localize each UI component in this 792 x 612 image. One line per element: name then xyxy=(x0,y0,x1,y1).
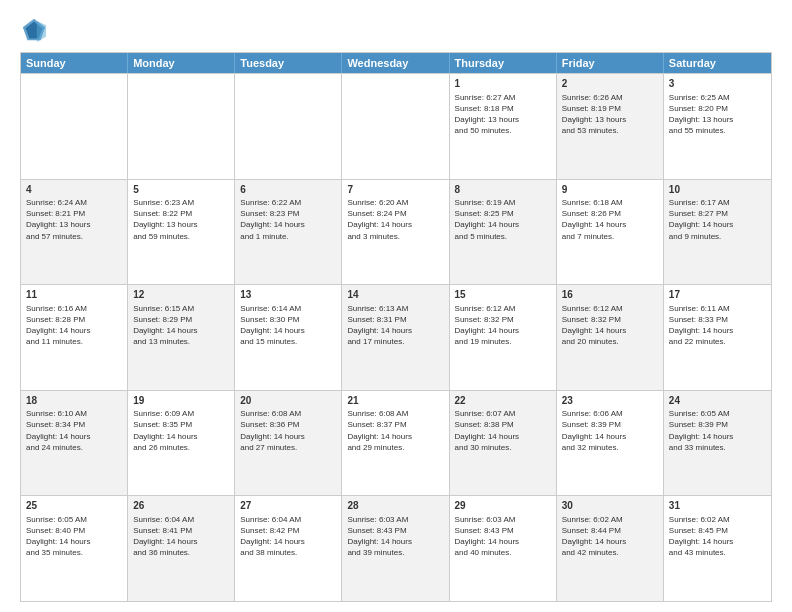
cell-text: Sunrise: 6:08 AM Sunset: 8:36 PM Dayligh… xyxy=(240,408,336,453)
day-number: 21 xyxy=(347,394,443,408)
day-number: 3 xyxy=(669,77,766,91)
cell-text: Sunrise: 6:09 AM Sunset: 8:35 PM Dayligh… xyxy=(133,408,229,453)
calendar-cell: 25Sunrise: 6:05 AM Sunset: 8:40 PM Dayli… xyxy=(21,496,128,601)
calendar-week: 11Sunrise: 6:16 AM Sunset: 8:28 PM Dayli… xyxy=(21,284,771,390)
cell-text: Sunrise: 6:03 AM Sunset: 8:43 PM Dayligh… xyxy=(455,514,551,559)
calendar-cell: 24Sunrise: 6:05 AM Sunset: 8:39 PM Dayli… xyxy=(664,391,771,496)
cell-text: Sunrise: 6:12 AM Sunset: 8:32 PM Dayligh… xyxy=(562,303,658,348)
day-number: 20 xyxy=(240,394,336,408)
cell-text: Sunrise: 6:18 AM Sunset: 8:26 PM Dayligh… xyxy=(562,197,658,242)
calendar-cell: 20Sunrise: 6:08 AM Sunset: 8:36 PM Dayli… xyxy=(235,391,342,496)
calendar-header: SundayMondayTuesdayWednesdayThursdayFrid… xyxy=(21,53,771,73)
header xyxy=(20,16,772,44)
cell-text: Sunrise: 6:22 AM Sunset: 8:23 PM Dayligh… xyxy=(240,197,336,242)
day-number: 10 xyxy=(669,183,766,197)
calendar-cell xyxy=(21,74,128,179)
day-number: 5 xyxy=(133,183,229,197)
day-number: 29 xyxy=(455,499,551,513)
cell-text: Sunrise: 6:17 AM Sunset: 8:27 PM Dayligh… xyxy=(669,197,766,242)
cell-text: Sunrise: 6:27 AM Sunset: 8:18 PM Dayligh… xyxy=(455,92,551,137)
day-number: 23 xyxy=(562,394,658,408)
day-number: 22 xyxy=(455,394,551,408)
day-number: 6 xyxy=(240,183,336,197)
cell-text: Sunrise: 6:13 AM Sunset: 8:31 PM Dayligh… xyxy=(347,303,443,348)
calendar-cell: 5Sunrise: 6:23 AM Sunset: 8:22 PM Daylig… xyxy=(128,180,235,285)
calendar-cell: 28Sunrise: 6:03 AM Sunset: 8:43 PM Dayli… xyxy=(342,496,449,601)
calendar-cell: 26Sunrise: 6:04 AM Sunset: 8:41 PM Dayli… xyxy=(128,496,235,601)
calendar-header-cell: Monday xyxy=(128,53,235,73)
day-number: 18 xyxy=(26,394,122,408)
cell-text: Sunrise: 6:04 AM Sunset: 8:42 PM Dayligh… xyxy=(240,514,336,559)
calendar-cell: 1Sunrise: 6:27 AM Sunset: 8:18 PM Daylig… xyxy=(450,74,557,179)
calendar-cell: 3Sunrise: 6:25 AM Sunset: 8:20 PM Daylig… xyxy=(664,74,771,179)
calendar-cell: 7Sunrise: 6:20 AM Sunset: 8:24 PM Daylig… xyxy=(342,180,449,285)
calendar-cell: 21Sunrise: 6:08 AM Sunset: 8:37 PM Dayli… xyxy=(342,391,449,496)
cell-text: Sunrise: 6:07 AM Sunset: 8:38 PM Dayligh… xyxy=(455,408,551,453)
day-number: 26 xyxy=(133,499,229,513)
day-number: 24 xyxy=(669,394,766,408)
cell-text: Sunrise: 6:08 AM Sunset: 8:37 PM Dayligh… xyxy=(347,408,443,453)
cell-text: Sunrise: 6:15 AM Sunset: 8:29 PM Dayligh… xyxy=(133,303,229,348)
calendar-cell: 9Sunrise: 6:18 AM Sunset: 8:26 PM Daylig… xyxy=(557,180,664,285)
cell-text: Sunrise: 6:10 AM Sunset: 8:34 PM Dayligh… xyxy=(26,408,122,453)
day-number: 7 xyxy=(347,183,443,197)
calendar-cell: 11Sunrise: 6:16 AM Sunset: 8:28 PM Dayli… xyxy=(21,285,128,390)
calendar-header-cell: Thursday xyxy=(450,53,557,73)
cell-text: Sunrise: 6:04 AM Sunset: 8:41 PM Dayligh… xyxy=(133,514,229,559)
calendar-cell xyxy=(235,74,342,179)
calendar-cell: 8Sunrise: 6:19 AM Sunset: 8:25 PM Daylig… xyxy=(450,180,557,285)
day-number: 28 xyxy=(347,499,443,513)
calendar-cell: 16Sunrise: 6:12 AM Sunset: 8:32 PM Dayli… xyxy=(557,285,664,390)
cell-text: Sunrise: 6:05 AM Sunset: 8:39 PM Dayligh… xyxy=(669,408,766,453)
calendar-cell: 10Sunrise: 6:17 AM Sunset: 8:27 PM Dayli… xyxy=(664,180,771,285)
calendar-header-cell: Wednesday xyxy=(342,53,449,73)
day-number: 8 xyxy=(455,183,551,197)
calendar-week: 4Sunrise: 6:24 AM Sunset: 8:21 PM Daylig… xyxy=(21,179,771,285)
calendar-header-cell: Sunday xyxy=(21,53,128,73)
cell-text: Sunrise: 6:26 AM Sunset: 8:19 PM Dayligh… xyxy=(562,92,658,137)
calendar-cell: 12Sunrise: 6:15 AM Sunset: 8:29 PM Dayli… xyxy=(128,285,235,390)
day-number: 1 xyxy=(455,77,551,91)
day-number: 30 xyxy=(562,499,658,513)
day-number: 13 xyxy=(240,288,336,302)
calendar-body: 1Sunrise: 6:27 AM Sunset: 8:18 PM Daylig… xyxy=(21,73,771,601)
day-number: 27 xyxy=(240,499,336,513)
logo-icon xyxy=(20,16,48,44)
day-number: 2 xyxy=(562,77,658,91)
calendar-week: 18Sunrise: 6:10 AM Sunset: 8:34 PM Dayli… xyxy=(21,390,771,496)
day-number: 17 xyxy=(669,288,766,302)
calendar-week: 25Sunrise: 6:05 AM Sunset: 8:40 PM Dayli… xyxy=(21,495,771,601)
page: SundayMondayTuesdayWednesdayThursdayFrid… xyxy=(0,0,792,612)
cell-text: Sunrise: 6:16 AM Sunset: 8:28 PM Dayligh… xyxy=(26,303,122,348)
calendar-header-cell: Tuesday xyxy=(235,53,342,73)
calendar-cell: 15Sunrise: 6:12 AM Sunset: 8:32 PM Dayli… xyxy=(450,285,557,390)
calendar-cell: 29Sunrise: 6:03 AM Sunset: 8:43 PM Dayli… xyxy=(450,496,557,601)
cell-text: Sunrise: 6:25 AM Sunset: 8:20 PM Dayligh… xyxy=(669,92,766,137)
cell-text: Sunrise: 6:11 AM Sunset: 8:33 PM Dayligh… xyxy=(669,303,766,348)
calendar-cell: 27Sunrise: 6:04 AM Sunset: 8:42 PM Dayli… xyxy=(235,496,342,601)
calendar-cell: 31Sunrise: 6:02 AM Sunset: 8:45 PM Dayli… xyxy=(664,496,771,601)
day-number: 25 xyxy=(26,499,122,513)
day-number: 16 xyxy=(562,288,658,302)
day-number: 15 xyxy=(455,288,551,302)
day-number: 14 xyxy=(347,288,443,302)
cell-text: Sunrise: 6:02 AM Sunset: 8:44 PM Dayligh… xyxy=(562,514,658,559)
calendar-cell: 2Sunrise: 6:26 AM Sunset: 8:19 PM Daylig… xyxy=(557,74,664,179)
calendar-cell xyxy=(128,74,235,179)
calendar-header-cell: Friday xyxy=(557,53,664,73)
calendar-cell: 23Sunrise: 6:06 AM Sunset: 8:39 PM Dayli… xyxy=(557,391,664,496)
cell-text: Sunrise: 6:03 AM Sunset: 8:43 PM Dayligh… xyxy=(347,514,443,559)
calendar-cell: 17Sunrise: 6:11 AM Sunset: 8:33 PM Dayli… xyxy=(664,285,771,390)
calendar-cell xyxy=(342,74,449,179)
calendar-cell: 30Sunrise: 6:02 AM Sunset: 8:44 PM Dayli… xyxy=(557,496,664,601)
calendar-week: 1Sunrise: 6:27 AM Sunset: 8:18 PM Daylig… xyxy=(21,73,771,179)
svg-marker-2 xyxy=(37,21,46,42)
cell-text: Sunrise: 6:24 AM Sunset: 8:21 PM Dayligh… xyxy=(26,197,122,242)
logo xyxy=(20,16,52,44)
day-number: 12 xyxy=(133,288,229,302)
cell-text: Sunrise: 6:23 AM Sunset: 8:22 PM Dayligh… xyxy=(133,197,229,242)
cell-text: Sunrise: 6:06 AM Sunset: 8:39 PM Dayligh… xyxy=(562,408,658,453)
day-number: 11 xyxy=(26,288,122,302)
calendar-cell: 18Sunrise: 6:10 AM Sunset: 8:34 PM Dayli… xyxy=(21,391,128,496)
calendar-cell: 19Sunrise: 6:09 AM Sunset: 8:35 PM Dayli… xyxy=(128,391,235,496)
